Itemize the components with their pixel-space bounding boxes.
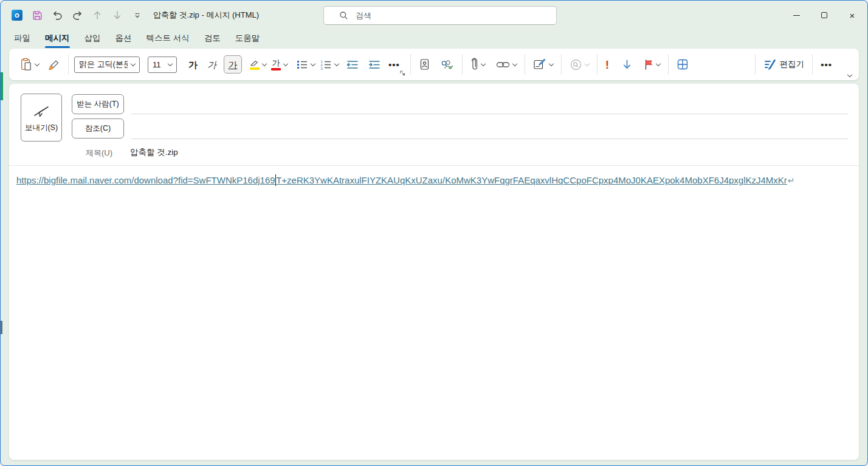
- follow-up-flag-button[interactable]: [641, 55, 663, 74]
- outlook-app-button[interactable]: o: [11, 9, 23, 21]
- undo-icon: [52, 10, 63, 21]
- ribbon-divider: [462, 54, 463, 75]
- to-field[interactable]: [131, 114, 848, 114]
- save-icon: [32, 10, 43, 21]
- maximize-button[interactable]: [810, 1, 838, 29]
- highlight-icon: [249, 60, 260, 70]
- decrease-indent-button[interactable]: [343, 55, 362, 74]
- title-bar: o: [1, 1, 867, 30]
- cc-field[interactable]: [131, 139, 848, 139]
- text-highlight-button[interactable]: [247, 55, 269, 74]
- search-box[interactable]: [323, 6, 557, 25]
- address-book-button[interactable]: [416, 55, 433, 74]
- increase-indent-icon: [368, 60, 381, 70]
- dialog-launcher-button[interactable]: [399, 70, 405, 76]
- attach-file-button[interactable]: [468, 55, 487, 74]
- more-paragraph-commands-button[interactable]: •••: [386, 55, 402, 74]
- subject-label: 제목(U): [86, 148, 112, 159]
- to-button-label: 받는 사람(T): [77, 99, 119, 109]
- link-icon: [496, 61, 510, 69]
- close-button[interactable]: ×: [838, 1, 866, 29]
- view-templates-button[interactable]: [674, 55, 691, 74]
- tab-review[interactable]: 검토: [198, 30, 227, 49]
- format-painter-button[interactable]: [45, 55, 63, 74]
- outlook-message-window: o: [0, 0, 868, 466]
- quick-access-toolbar: o: [1, 9, 143, 21]
- search-input[interactable]: [354, 10, 537, 21]
- numbering-icon: 1 2 3: [320, 60, 332, 70]
- underline-button-active[interactable]: 가: [224, 55, 242, 74]
- numbering-button[interactable]: 1 2 3: [317, 55, 341, 74]
- attach-chevron-icon: [481, 61, 486, 66]
- font-color-button[interactable]: 가: [269, 55, 290, 74]
- font-name-value: 맑은 고딕(본문: [79, 59, 128, 70]
- signature-icon: [533, 58, 546, 70]
- paperclip-icon: [470, 58, 478, 71]
- sensitivity-chevron-icon: [585, 61, 590, 66]
- tab-file[interactable]: 파일: [8, 30, 36, 49]
- close-icon: ×: [850, 11, 855, 20]
- ribbon-overflow-button[interactable]: •••: [818, 55, 835, 74]
- subject-field[interactable]: 압축할 것.zip: [130, 147, 178, 158]
- font-size-combo[interactable]: 11: [148, 57, 177, 73]
- insert-link-button[interactable]: [494, 55, 519, 74]
- apps-grid-icon: [677, 58, 689, 70]
- bold-button[interactable]: 가: [186, 55, 200, 74]
- italic-button[interactable]: 가: [205, 55, 219, 74]
- ribbon-divider: [597, 54, 598, 75]
- font-color-chevron-icon: [283, 61, 288, 66]
- window-title: 압축할 것.zip - 메시지 (HTML): [153, 10, 259, 21]
- undo-button[interactable]: [51, 9, 63, 21]
- format-painter-icon: [47, 58, 60, 70]
- window-controls: ×: [782, 1, 866, 29]
- ellipsis-icon: •••: [388, 60, 400, 69]
- editor-button[interactable]: 편집기: [761, 55, 807, 74]
- low-importance-button[interactable]: [619, 55, 635, 74]
- signature-button[interactable]: [531, 55, 556, 74]
- check-names-button[interactable]: [438, 55, 456, 74]
- font-name-chevron-icon: [131, 61, 136, 66]
- numbering-chevron-icon: [334, 61, 339, 66]
- font-size-value: 11: [153, 60, 161, 69]
- tab-format-text[interactable]: 텍스트 서식: [140, 30, 196, 49]
- paste-button[interactable]: [18, 55, 41, 74]
- to-button[interactable]: 받는 사람(T): [72, 94, 124, 114]
- customize-qat-button[interactable]: [131, 9, 143, 21]
- outlook-logo-icon: o: [12, 10, 22, 21]
- ribbon-tabs: 파일 메시지 삽입 옵션 텍스트 서식 검토 도움말: [8, 30, 266, 48]
- font-name-combo[interactable]: 맑은 고딕(본문: [74, 57, 140, 73]
- tab-message[interactable]: 메시지: [39, 30, 76, 49]
- message-compose-card: 보내기(S) 받는 사람(T) 참조(C) 제목(U) 압축할 것.zip ht…: [9, 84, 859, 460]
- highlight-chevron-icon: [262, 61, 267, 66]
- bullets-button[interactable]: [294, 55, 317, 74]
- redo-button[interactable]: [71, 9, 83, 21]
- send-button[interactable]: 보내기(S): [21, 94, 62, 142]
- collapse-ribbon-chevron-icon[interactable]: [847, 72, 852, 77]
- minimize-icon: [793, 15, 800, 16]
- bullets-chevron-icon: [311, 61, 315, 66]
- minimize-button[interactable]: [782, 1, 810, 29]
- message-body[interactable]: https://bigfile.mail.naver.com/download?…: [16, 174, 852, 455]
- link-text-after-caret: T+zeRK3YwKAtraxulFIYZKAUqKxUZaxu/KoMwK3Y…: [276, 175, 787, 185]
- download-hyperlink[interactable]: https://bigfile.mail.naver.com/download?…: [16, 175, 787, 185]
- maximize-icon: [821, 12, 827, 18]
- tab-insert[interactable]: 삽입: [78, 30, 107, 49]
- increase-indent-button[interactable]: [365, 55, 384, 74]
- bold-icon: 가: [188, 60, 198, 69]
- check-names-icon: [440, 59, 454, 70]
- cc-button[interactable]: 참조(C): [72, 118, 124, 139]
- sensitivity-button-disabled: [567, 55, 591, 74]
- high-importance-button[interactable]: !: [603, 55, 611, 74]
- signature-chevron-icon: [549, 61, 554, 66]
- high-importance-icon: !: [605, 59, 609, 70]
- paste-dropdown-chevron-icon: [35, 61, 40, 66]
- down-arrow-icon: [112, 10, 123, 21]
- svg-text:3: 3: [321, 66, 323, 69]
- save-button[interactable]: [31, 9, 43, 21]
- tab-help[interactable]: 도움말: [229, 30, 266, 49]
- ribbon-divider: [410, 54, 411, 75]
- tab-options[interactable]: 옵션: [109, 30, 138, 49]
- link-chevron-icon: [512, 61, 517, 66]
- header-body-separator: [9, 165, 859, 166]
- dialog-launcher-icon: [399, 70, 405, 76]
